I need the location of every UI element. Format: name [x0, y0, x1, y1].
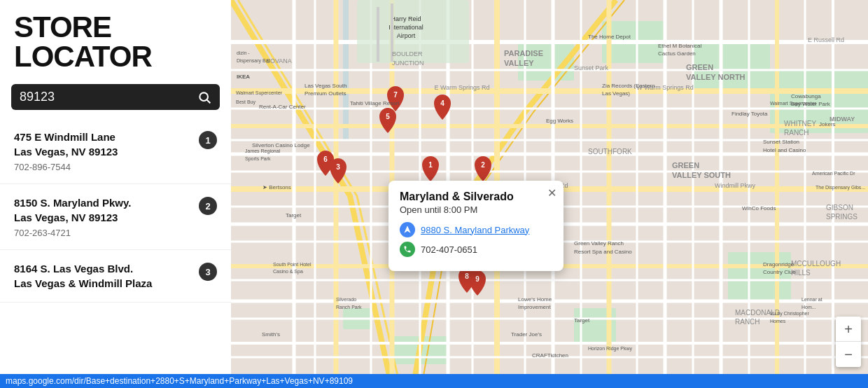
- svg-text:Resort Spa and Casino: Resort Spa and Casino: [574, 249, 632, 255]
- status-bar-text: maps.google.com/dir/Base+destination+288…: [6, 376, 353, 386]
- svg-text:VALLEY: VALLEY: [504, 59, 534, 67]
- svg-text:VALLEY SOUTH: VALLEY SOUTH: [672, 171, 731, 179]
- svg-text:Windmill Pkwy: Windmill Pkwy: [715, 182, 756, 189]
- svg-text:GREEN: GREEN: [686, 63, 713, 71]
- svg-text:WinCo Foods: WinCo Foods: [742, 205, 776, 212]
- svg-text:GIBSON: GIBSON: [826, 204, 853, 212]
- svg-text:9: 9: [475, 275, 479, 283]
- svg-text:1: 1: [428, 161, 433, 169]
- svg-text:Cowabunga: Cowabunga: [791, 93, 821, 99]
- svg-text:SPRINGS: SPRINGS: [826, 213, 858, 221]
- store-list-item[interactable]: 8150 S. Maryland Pkwy.Las Vegas, NV 8912…: [0, 184, 231, 250]
- svg-text:Dispensary Bar: Dispensary Bar: [237, 58, 271, 64]
- popup-hours: Open until 8:00 PM: [400, 205, 552, 215]
- store-list-item[interactable]: 475 E Windmill LaneLas Vegas, NV 8912370…: [0, 118, 231, 184]
- svg-text:Vu by Christopher: Vu by Christopher: [770, 311, 809, 317]
- phone-icon: [400, 242, 415, 257]
- store-address-line2: Las Vegas, NV 89123: [14, 210, 193, 225]
- store-locator-title-area: STORE LOCATOR: [0, 0, 231, 78]
- svg-text:Trader Joe's: Trader Joe's: [511, 331, 542, 338]
- svg-text:Lennar at: Lennar at: [802, 297, 822, 302]
- svg-text:Homes: Homes: [770, 319, 786, 324]
- svg-text:2: 2: [481, 161, 485, 169]
- status-bar: maps.google.com/dir/Base+destination+288…: [0, 374, 868, 388]
- svg-text:dizin -: dizin -: [237, 50, 250, 55]
- svg-text:Smith's: Smith's: [262, 331, 280, 338]
- svg-text:Best Buy: Best Buy: [236, 99, 256, 105]
- store-number-badge: 3: [199, 263, 217, 281]
- popup-close-button[interactable]: ✕: [547, 186, 556, 200]
- svg-text:PARADISE: PARADISE: [504, 49, 543, 57]
- svg-text:SOUTHFORK: SOUTHFORK: [588, 148, 632, 155]
- svg-line-144: [207, 99, 211, 103]
- search-input[interactable]: [20, 90, 192, 104]
- svg-text:The Home Depot: The Home Depot: [588, 34, 631, 40]
- popup-address-link[interactable]: 9880 S. Maryland Parkway: [421, 225, 529, 235]
- svg-text:VALLEY NORTH: VALLEY NORTH: [686, 73, 746, 81]
- svg-text:The Dispensary Gibs...: The Dispensary Gibs...: [816, 185, 865, 190]
- svg-text:Hom...: Hom...: [802, 305, 816, 310]
- store-list: 475 E Windmill LaneLas Vegas, NV 8912370…: [0, 118, 231, 388]
- svg-text:Country Club: Country Club: [763, 269, 796, 275]
- svg-text:RANCH: RANCH: [784, 129, 809, 137]
- svg-text:Ranch Park: Ranch Park: [336, 305, 362, 310]
- svg-text:Rent-A-Car Center: Rent-A-Car Center: [259, 104, 306, 110]
- svg-text:Las Vegas South: Las Vegas South: [304, 83, 347, 89]
- svg-text:International: International: [388, 24, 424, 31]
- svg-text:Airport: Airport: [397, 32, 416, 39]
- zoom-in-button[interactable]: +: [836, 317, 861, 342]
- svg-text:Sunset Park: Sunset Park: [574, 64, 609, 71]
- svg-text:4: 4: [440, 99, 444, 107]
- svg-point-143: [200, 92, 208, 101]
- store-address-line2: Las Vegas & Windmill Plaza: [14, 276, 193, 291]
- svg-text:Zia Records (Eastern: Zia Records (Eastern: [602, 83, 655, 89]
- popup-phone-row: 702-407-0651: [400, 242, 552, 257]
- svg-text:8: 8: [465, 272, 469, 280]
- svg-text:Sunset Station: Sunset Station: [763, 139, 799, 145]
- left-panel: STORE LOCATOR 475 E Windmill LaneLas Veg…: [0, 0, 231, 388]
- svg-text:E Russell Rd: E Russell Rd: [808, 36, 844, 43]
- svg-text:5: 5: [386, 113, 390, 120]
- store-list-item[interactable]: 8164 S. Las Vegas Blvd.Las Vegas & Windm…: [0, 250, 231, 303]
- svg-text:Hotel and Casino: Hotel and Casino: [763, 147, 806, 153]
- store-info: 8164 S. Las Vegas Blvd.Las Vegas & Windm…: [14, 261, 193, 291]
- svg-text:MCCULLOUGH: MCCULLOUGH: [791, 260, 841, 268]
- popup-title: Maryland & Silverado: [400, 190, 552, 203]
- store-phone: 702-896-7544: [14, 162, 193, 172]
- store-info: 475 E Windmill LaneLas Vegas, NV 8912370…: [14, 130, 193, 172]
- svg-text:6: 6: [323, 155, 328, 163]
- svg-text:Green Valley Ranch: Green Valley Ranch: [574, 240, 624, 247]
- svg-text:Target: Target: [286, 212, 302, 219]
- store-address-line1: 8164 S. Las Vegas Blvd.: [14, 261, 193, 276]
- svg-text:JUNCTION: JUNCTION: [392, 60, 424, 67]
- svg-text:Egg Works: Egg Works: [546, 118, 573, 124]
- store-phone: 702-263-4721: [14, 228, 193, 238]
- search-wrapper: [11, 84, 220, 110]
- search-button[interactable]: [197, 90, 211, 104]
- page-title: STORE LOCATOR: [14, 13, 217, 71]
- search-icon: [197, 90, 211, 104]
- zoom-out-button[interactable]: −: [836, 342, 861, 367]
- svg-text:7: 7: [393, 91, 398, 99]
- store-address-line1: 475 E Windmill Lane: [14, 130, 193, 144]
- svg-text:BOULDER: BOULDER: [392, 50, 423, 57]
- svg-text:3: 3: [336, 163, 340, 171]
- svg-text:RANCH: RANCH: [735, 318, 760, 326]
- svg-text:Findlay Toyota: Findlay Toyota: [732, 111, 768, 117]
- map-popup: ✕ Maryland & Silverado Open until 8:00 P…: [388, 181, 564, 271]
- svg-text:Walmart Supercenter: Walmart Supercenter: [236, 90, 283, 96]
- svg-text:Casino & Spa: Casino & Spa: [273, 269, 303, 275]
- svg-text:South Point Hotel: South Point Hotel: [273, 262, 312, 267]
- svg-text:Tahiti Village Resort: Tahiti Village Resort: [350, 100, 400, 106]
- svg-text:Target: Target: [574, 317, 590, 324]
- popup-phone-number: 702-407-0651: [421, 244, 477, 255]
- svg-text:Premium Outlets: Premium Outlets: [304, 90, 346, 97]
- map-controls: + −: [836, 317, 861, 367]
- svg-text:Ethel M Botanical: Ethel M Botanical: [658, 43, 701, 49]
- svg-text:WHITNEY: WHITNEY: [784, 120, 816, 127]
- store-address-line2: Las Vegas, NV 89123: [14, 144, 193, 159]
- svg-text:CRAFTkitchen: CRAFTkitchen: [532, 352, 568, 359]
- svg-text:James Regional: James Regional: [245, 148, 281, 154]
- popup-address-row: 9880 S. Maryland Parkway: [400, 222, 552, 237]
- svg-text:Harry Reid: Harry Reid: [391, 15, 421, 22]
